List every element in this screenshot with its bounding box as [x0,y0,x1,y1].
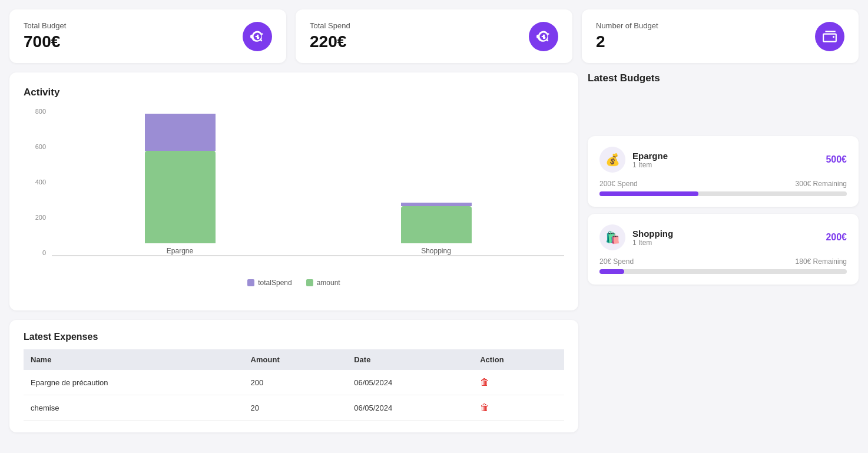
bar-label-epargne: Epargne [167,247,193,255]
y-label-800: 800 [35,108,46,115]
expense-amount-1: 20 [244,395,347,421]
budget-name-0: Epargne [632,151,826,161]
expense-amount-0: 200 [244,370,347,395]
activity-chart-card: Activity 800 600 400 200 0 EpargneShoppi… [9,72,578,310]
col-amount: Amount [244,349,347,370]
progress-bar-fill-1 [599,269,624,274]
total-budget-text: Total Budget 700€ [24,21,66,51]
total-spend-text: Total Spend 220€ [310,21,350,51]
total-spend-label: Total Spend [310,21,350,30]
expenses-section: Latest Expenses Name Amount Date Action … [9,320,578,432]
budget-icon-0: 💰 [599,147,625,173]
expenses-title: Latest Expenses [24,332,564,342]
bar-spend-epargne [145,114,216,151]
col-action: Action [473,349,564,370]
col-date: Date [347,349,473,370]
total-budget-value: 700€ [24,32,66,51]
y-label-200: 200 [35,214,46,221]
progress-bar-bg-0 [599,191,847,196]
y-label-0: 0 [42,249,46,256]
number-of-budget-icon [815,22,844,51]
total-budget-icon [243,22,272,51]
chart-inner: 800 600 400 200 0 EpargneShopping [24,108,564,273]
chart-bars-area: EpargneShopping [52,107,564,256]
delete-expense-button-1[interactable]: 🗑 [480,402,489,413]
number-of-budget-card: Number of Budget 2 [582,9,859,63]
piggy-bank-icon-2 [536,29,551,44]
wallet-icon [822,29,837,44]
y-label-400: 400 [35,178,46,186]
bar-label-shopping: Shopping [421,247,451,255]
bar-stack-epargne [145,114,216,244]
col-name: Name [24,349,244,370]
progress-bar-bg-1 [599,269,847,274]
main-content: Activity 800 600 400 200 0 EpargneShoppi… [9,72,859,432]
chart-title: Activity [24,87,564,98]
budget-cards-list: 💰 Epargne 1 Item 500€ 200€ Spend 300€ Re… [588,136,859,292]
budget-card-header: 🛍️ Shopping 1 Item 200€ [599,224,847,250]
bar-group-epargne: Epargne [52,107,308,255]
total-spend-icon [529,22,558,51]
bar-stack-shopping [401,203,472,243]
latest-budgets-title: Latest Budgets [588,72,859,84]
legend-label-spend: totalSpend [258,279,291,287]
legend-dot-spend [247,279,254,286]
expense-action-0: 🗑 [473,370,564,395]
y-axis: 800 600 400 200 0 [24,108,49,256]
total-budget-card: Total Budget 700€ [9,9,286,63]
total-spend-value: 220€ [310,32,350,51]
budget-amount-1: 200€ [826,232,847,243]
expense-date-1: 06/05/2024 [347,395,473,421]
spacer [588,94,859,129]
right-column: Latest Budgets 💰 Epargne 1 Item 500€ 200… [588,72,859,432]
budget-remaining-1: 180€ Remaining [796,257,847,266]
budget-info-1: Shopping 1 Item [632,229,826,247]
legend-dot-amount [306,279,313,286]
budget-amount-0: 500€ [826,154,847,165]
table-row: Epargne de précaution20006/05/2024🗑 [24,370,564,395]
legend-total-spend: totalSpend [247,279,291,287]
total-budget-label: Total Budget [24,21,66,30]
budget-icon-1: 🛍️ [599,224,625,250]
y-label-600: 600 [35,143,46,150]
progress-bar-fill-0 [599,191,698,196]
budget-remaining-0: 300€ Remaining [796,180,847,188]
top-cards-section: Total Budget 700€ Total Spend 220€ Numbe… [9,9,859,63]
bar-group-shopping: Shopping [308,107,564,255]
number-of-budget-label: Number of Budget [596,21,658,30]
table-row: chemise2006/05/2024🗑 [24,395,564,421]
number-of-budget-value: 2 [596,32,658,51]
bar-amount-epargne [145,151,216,244]
bar-amount-shopping [401,206,472,243]
budget-spend-0: 200€ Spend [599,180,638,188]
chart-area: 800 600 400 200 0 EpargneShopping totalS… [24,108,564,296]
piggy-bank-icon-1 [250,29,265,44]
budget-name-1: Shopping [632,229,826,239]
budget-card-shopping: 🛍️ Shopping 1 Item 200€ 20€ Spend 180€ R… [588,214,859,285]
expenses-table-header-row: Name Amount Date Action [24,349,564,370]
budget-footer-1: 20€ Spend 180€ Remaining [599,257,847,266]
left-column: Activity 800 600 400 200 0 EpargneShoppi… [9,72,578,432]
budget-card-epargne: 💰 Epargne 1 Item 500€ 200€ Spend 300€ Re… [588,136,859,207]
budget-items-0: 1 Item [632,161,826,169]
expenses-table-body: Epargne de précaution20006/05/2024🗑chemi… [24,370,564,421]
total-spend-card: Total Spend 220€ [296,9,572,63]
expenses-table-head: Name Amount Date Action [24,349,564,370]
legend-label-amount: amount [317,279,340,287]
expense-action-1: 🗑 [473,395,564,421]
budget-footer-0: 200€ Spend 300€ Remaining [599,180,847,188]
delete-expense-button-0[interactable]: 🗑 [480,377,489,388]
budget-card-header: 💰 Epargne 1 Item 500€ [599,147,847,173]
chart-legend: totalSpend amount [24,279,564,287]
number-of-budget-text: Number of Budget 2 [596,21,658,51]
expense-name-0: Epargne de précaution [24,370,244,395]
budget-items-1: 1 Item [632,239,826,247]
budget-info-0: Epargne 1 Item [632,151,826,169]
expenses-table: Name Amount Date Action Epargne de préca… [24,349,564,421]
budget-spend-1: 20€ Spend [599,257,634,266]
legend-amount: amount [306,279,340,287]
expense-date-0: 06/05/2024 [347,370,473,395]
expense-name-1: chemise [24,395,244,421]
